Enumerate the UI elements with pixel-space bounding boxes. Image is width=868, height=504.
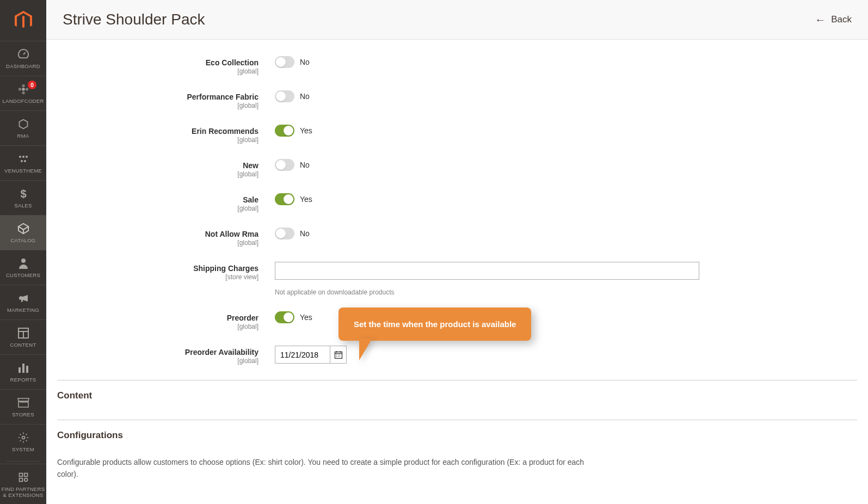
svg-point-10	[21, 160, 23, 162]
nav-reports[interactable]: REPORTS	[0, 354, 46, 389]
input-shipping-charges[interactable]	[275, 262, 699, 280]
svg-point-4	[18, 88, 21, 91]
gear-icon	[17, 431, 30, 444]
label-erin-recommends: Erin Recommends	[57, 127, 258, 136]
nav-dashboard[interactable]: DASHBOARD	[0, 41, 46, 76]
section-title-configurations: Configurations	[57, 430, 857, 441]
svg-point-11	[24, 160, 26, 162]
calendar-button[interactable]	[330, 346, 346, 363]
scope-label: [global]	[57, 67, 258, 75]
toggle-state: Yes	[300, 126, 312, 135]
scope-label: [store view]	[57, 273, 258, 281]
nav-label: CATALOG	[10, 237, 35, 243]
storefront-icon	[17, 396, 30, 409]
back-arrow-icon: ←	[815, 14, 826, 26]
main-content: Strive Shoulder Pack ← Back Eco Collecti…	[46, 0, 868, 504]
section-configurations[interactable]: Configurations	[57, 420, 857, 448]
nav-partners[interactable]: FIND PARTNERS & EXTENSIONS	[0, 464, 46, 504]
blocks-icon	[17, 327, 30, 340]
row-sale: Sale [global] Yes	[57, 193, 710, 212]
back-button[interactable]: ← Back	[815, 14, 852, 26]
nav-content[interactable]: CONTENT	[0, 319, 46, 354]
tooltip-callout: Set the time when the product is availab…	[338, 308, 531, 341]
nav-landofcoder[interactable]: 0 LANDOFCODER	[0, 76, 46, 110]
toggle-state: Yes	[300, 195, 312, 204]
label-preorder-availability: Preorder Availability	[57, 348, 258, 357]
svg-point-26	[24, 478, 27, 482]
toggle-not-allow-rma[interactable]	[275, 228, 294, 239]
input-preorder-availability[interactable]	[275, 346, 330, 363]
label-preorder: Preorder	[57, 314, 258, 322]
svg-point-8	[22, 156, 24, 158]
bars-icon	[17, 361, 30, 374]
toggle-state: No	[300, 229, 310, 238]
nav-marketing[interactable]: MARKETING	[0, 285, 46, 319]
nav-sales[interactable]: $ SALES	[0, 180, 46, 215]
magento-logo[interactable]	[0, 0, 46, 41]
nav-label: CONTENT	[10, 342, 36, 348]
svg-rect-21	[26, 366, 28, 373]
nav-catalog[interactable]: CATALOG	[0, 215, 46, 250]
section-content[interactable]: Content	[57, 380, 857, 409]
toggle-state: Yes	[300, 313, 312, 322]
label-new: New	[57, 161, 258, 170]
toggle-preorder[interactable]	[275, 311, 294, 323]
cube-icon	[17, 222, 30, 235]
nav-label: MARKETING	[7, 307, 39, 313]
nav-system[interactable]: SYSTEM	[0, 424, 46, 459]
label-sale: Sale	[57, 195, 258, 204]
toggle-sale[interactable]	[275, 193, 294, 205]
nav-label: RMA	[17, 133, 29, 139]
svg-point-22	[22, 437, 24, 439]
helper-shipping: Not applicable on downloadable products	[275, 288, 395, 296]
toggle-state: No	[300, 92, 310, 101]
nav-badge: 0	[28, 81, 36, 89]
dots-icon	[17, 152, 30, 165]
svg-point-5	[25, 88, 28, 91]
nav-rma[interactable]: RMA	[0, 110, 46, 145]
toggle-eco-collection[interactable]	[275, 56, 294, 68]
row-preorder-availability: Preorder Availability [global] Set the t…	[57, 346, 710, 365]
toggle-state: No	[300, 161, 310, 169]
tooltip-text: Set the time when the product is availab…	[354, 319, 516, 329]
row-not-allow-rma: Not Allow Rma [global] No	[57, 228, 710, 247]
nav-label: REPORTS	[10, 377, 36, 383]
scope-label: [global]	[57, 102, 258, 109]
nav-label: FIND PARTNERS & EXTENSIONS	[2, 486, 45, 499]
svg-rect-25	[19, 478, 22, 482]
nav-label: LANDOFCODER	[2, 98, 44, 104]
svg-point-2	[22, 84, 25, 88]
gauge-icon	[17, 48, 30, 61]
toggle-erin-recommends[interactable]	[275, 125, 294, 137]
nav-label: DASHBOARD	[6, 63, 40, 69]
megaphone-icon	[17, 292, 30, 305]
toggle-performance-fabric[interactable]	[275, 90, 294, 102]
section-title-content: Content	[57, 390, 857, 401]
svg-rect-19	[19, 367, 21, 373]
toggle-state: No	[300, 58, 310, 66]
label-eco-collection: Eco Collection	[57, 58, 258, 67]
nav-label: CUSTOMERS	[6, 272, 40, 278]
row-performance-fabric: Performance Fabric [global] No	[57, 90, 710, 109]
nav-stores[interactable]: STORES	[0, 389, 46, 424]
scope-label: [global]	[57, 205, 258, 212]
nav-label: SALES	[14, 202, 32, 208]
magento-logo-icon	[15, 11, 32, 30]
row-shipping-charges: Shipping Charges [store view] Not applic…	[57, 262, 710, 296]
scope-label: [global]	[57, 323, 258, 330]
nav-label: SYSTEM	[12, 446, 34, 452]
label-performance-fabric: Performance Fabric	[57, 93, 258, 101]
label-shipping-charges: Shipping Charges	[57, 264, 258, 273]
back-label: Back	[831, 14, 852, 25]
dollar-icon: $	[17, 187, 30, 200]
row-new: New [global] No	[57, 159, 710, 178]
configurations-description: Configurable products allow customers to…	[57, 448, 601, 488]
svg-line-0	[23, 52, 26, 54]
row-eco-collection: Eco Collection [global] No	[57, 56, 710, 75]
svg-point-7	[19, 156, 21, 158]
svg-marker-13	[18, 224, 28, 230]
nav-venustheme[interactable]: VENUSTHEME	[0, 145, 46, 180]
nav-customers[interactable]: CUSTOMERS	[0, 250, 46, 285]
date-field-wrap	[275, 346, 347, 364]
toggle-new[interactable]	[275, 159, 294, 171]
